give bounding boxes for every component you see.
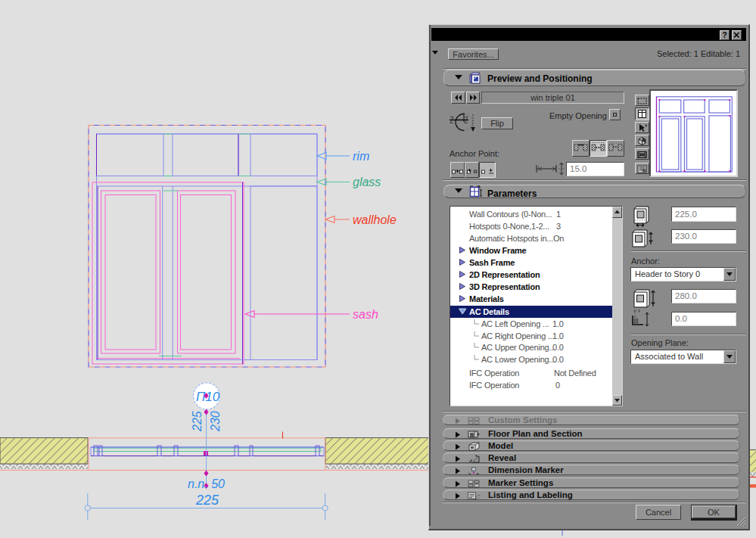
svg-text:П10: П10 [196,390,220,404]
svg-text:glass: glass [353,176,381,188]
svg-text:n.n. 50: n.n. 50 [188,477,225,490]
svg-text:225: 225 [191,411,204,432]
svg-text:rim: rim [353,150,369,163]
svg-text:sash: sash [353,308,378,321]
svg-text:225: 225 [195,493,219,508]
svg-text:wallhole: wallhole [353,213,397,226]
svg-text:230: 230 [209,411,222,432]
